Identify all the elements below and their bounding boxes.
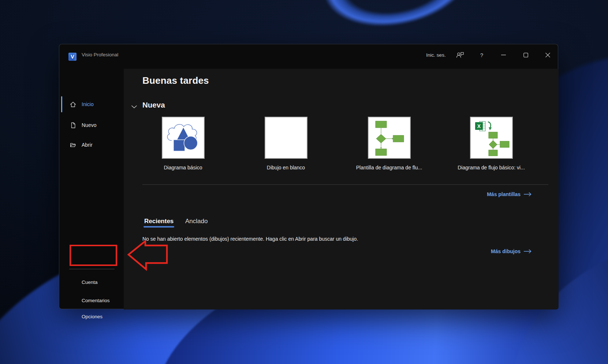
section-divider	[142, 184, 548, 185]
template-card-diagrama-flujo-basico-visio[interactable]: X	[470, 117, 513, 159]
sidebar-item-label: Opciones	[82, 314, 102, 319]
sidebar-item-label: Abrir	[82, 142, 93, 148]
sidebar-item-label: Nuevo	[82, 122, 96, 128]
template-card-diagrama-basico[interactable]	[162, 117, 205, 159]
active-tab-underline	[143, 226, 174, 228]
sidebar-item-comentarios[interactable]: Comentarios	[59, 292, 124, 308]
sidebar-item-abrir[interactable]: Abrir	[59, 136, 124, 154]
sidebar: Inicio Nuevo Abrir Cuenta Come	[59, 69, 124, 309]
tab-recientes[interactable]: Recientes	[144, 218, 174, 225]
blank-drawing-thumbnail	[265, 117, 307, 158]
template-label: Diagrama básico	[139, 165, 227, 170]
sidebar-item-label: Comentarios	[82, 298, 110, 303]
more-templates-link[interactable]: Más plantillas	[487, 191, 532, 197]
sidebar-item-nuevo[interactable]: Nuevo	[59, 116, 124, 134]
greeting-heading: Buenas tardes	[142, 75, 209, 86]
close-button[interactable]	[540, 47, 556, 63]
more-drawings-link[interactable]: Más dibujos	[491, 248, 532, 254]
new-section-title: Nueva	[142, 101, 165, 109]
maximize-button[interactable]	[518, 47, 534, 63]
arrow-right-icon	[524, 192, 532, 196]
template-label: Diagrama de flujo básico: vi...	[447, 165, 535, 170]
sidebar-item-opciones[interactable]: Opciones	[59, 308, 124, 324]
arrow-right-icon	[524, 249, 532, 254]
sign-in-button[interactable]: Inic. ses.	[420, 47, 452, 63]
more-templates-label: Más plantillas	[487, 191, 521, 197]
new-document-icon	[70, 122, 77, 129]
sidebar-item-inicio[interactable]: Inicio	[59, 95, 124, 113]
template-label: Dibujo en blanco	[242, 165, 330, 170]
tab-anclado[interactable]: Anclado	[185, 218, 208, 225]
basic-diagram-thumbnail	[163, 117, 204, 158]
template-card-plantilla-diagrama-flujo[interactable]	[368, 117, 411, 159]
sidebar-item-cuenta[interactable]: Cuenta	[59, 274, 124, 290]
visio-start-window: V Visio Profesional Inic. ses. ?	[59, 44, 558, 309]
chevron-down-icon[interactable]	[131, 104, 137, 110]
sidebar-item-label: Cuenta	[82, 279, 98, 285]
sidebar-item-label: Inicio	[82, 101, 94, 107]
help-button[interactable]: ?	[474, 47, 490, 63]
feedback-person-icon[interactable]	[452, 47, 468, 63]
open-folder-icon	[70, 142, 77, 149]
excel-flowchart-thumbnail: X	[471, 117, 512, 158]
window-title: Visio Profesional	[82, 52, 118, 57]
svg-text:X: X	[477, 123, 481, 129]
flowchart-thumbnail	[369, 117, 410, 158]
start-main-panel: Buenas tardes Nueva	[124, 69, 559, 309]
more-drawings-label: Más dibujos	[491, 248, 521, 254]
template-card-dibujo-en-blanco[interactable]	[265, 117, 307, 159]
sidebar-footer-divider	[69, 269, 115, 269]
home-icon	[70, 101, 77, 108]
titlebar[interactable]: V Visio Profesional Inic. ses. ?	[59, 44, 558, 69]
recent-empty-message: No se han abierto elementos (dibujos) re…	[142, 236, 358, 242]
template-label: Plantilla de diagrama de flu...	[345, 165, 433, 170]
visio-logo-icon: V	[68, 53, 77, 61]
minimize-button[interactable]	[495, 47, 511, 63]
